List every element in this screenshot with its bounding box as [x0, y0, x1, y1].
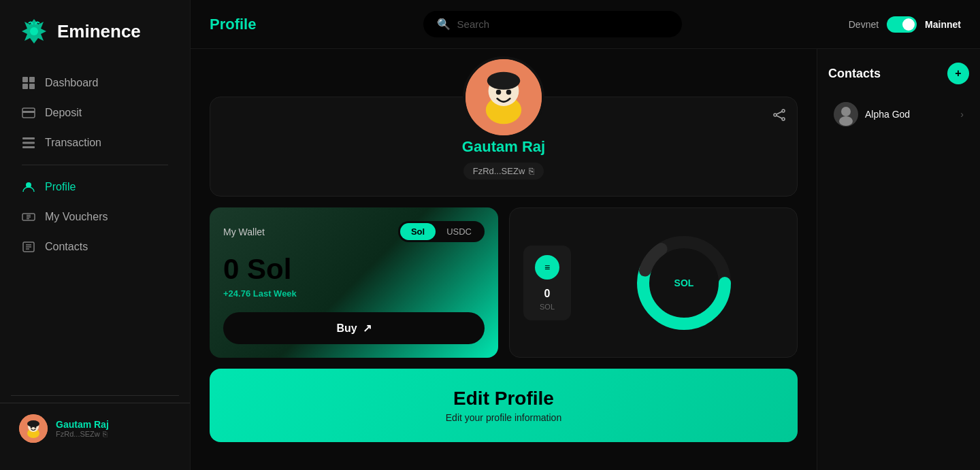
sidebar-item-deposit-label: Deposit — [45, 107, 82, 119]
topbar: Profile 🔍 Devnet Mainnet — [191, 0, 980, 49]
sidebar-nav: Dashboard Deposit Transaction — [0, 68, 190, 388]
wallet-label: My Wallet — [223, 226, 265, 237]
sidebar-item-dashboard[interactable]: Dashboard — [11, 68, 179, 98]
contacts-header: Contacts + — [828, 63, 969, 84]
svg-point-25 — [782, 110, 785, 112]
network-toggle[interactable] — [887, 16, 917, 33]
sidebar-item-transaction-label: Transaction — [45, 137, 101, 149]
svg-line-28 — [777, 112, 782, 114]
logo-area: Eminence — [0, 16, 190, 68]
contact-name: Alpha God — [865, 109, 910, 120]
svg-point-18 — [35, 426, 37, 429]
right-panel: Contacts + Alpha God › — [817, 49, 980, 470]
copy-address-icon[interactable]: ⎘ — [529, 166, 534, 176]
svg-rect-3 — [22, 84, 28, 89]
profile-avatar — [463, 56, 544, 138]
transaction-icon — [22, 136, 35, 150]
sidebar-item-transaction[interactable]: Transaction — [11, 128, 179, 158]
svg-point-34 — [841, 107, 851, 116]
edit-profile-title: Edit Profile — [229, 388, 779, 409]
chart-card: ≡ 0 SOL SOL — [509, 207, 798, 358]
logo-icon — [19, 16, 49, 46]
contact-avatar-image — [834, 102, 858, 127]
share-button[interactable] — [772, 108, 786, 125]
content-area: Gautam Raj FzRd...SEZw ⎘ My Wallet Sol U… — [191, 49, 980, 470]
svg-rect-7 — [22, 137, 35, 139]
svg-point-35 — [839, 116, 853, 126]
main-area: Profile 🔍 Devnet Mainnet — [191, 0, 980, 470]
deposit-icon — [22, 106, 35, 120]
wallet-amount: 0 Sol — [223, 253, 485, 286]
vouchers-icon — [22, 210, 35, 224]
legend-label: SOL — [540, 303, 555, 311]
svg-rect-2 — [29, 77, 35, 82]
app-name: Eminence — [57, 21, 141, 42]
edit-profile-subtitle: Edit your profile information — [229, 412, 779, 423]
svg-point-23 — [496, 90, 501, 95]
wallet-tabs: Sol USDC — [398, 221, 485, 242]
svg-point-27 — [782, 118, 785, 120]
profile-icon — [22, 180, 35, 194]
chart-legend: ≡ 0 SOL — [523, 246, 571, 320]
wallet-tab-usdc[interactable]: USDC — [436, 223, 483, 240]
svg-point-22 — [487, 72, 521, 90]
chevron-right-icon: › — [960, 109, 964, 120]
share-icon — [772, 108, 786, 122]
legend-value: 0 — [544, 288, 551, 300]
devnet-label: Devnet — [849, 19, 879, 30]
sidebar-item-dashboard-label: Dashboard — [45, 77, 98, 89]
profile-address: FzRd...SEZw — [473, 166, 525, 176]
svg-rect-8 — [22, 142, 35, 144]
buy-button[interactable]: Buy ↗ — [223, 312, 485, 344]
page-title: Profile — [210, 16, 256, 33]
sol-icon: ≡ — [535, 255, 559, 280]
contact-left: Alpha God — [834, 102, 910, 127]
copy-icon: ⎘ — [103, 430, 108, 438]
wallet-card: My Wallet Sol USDC 0 Sol +24.76 Last Wee… — [210, 207, 498, 358]
contacts-title: Contacts — [828, 67, 881, 81]
profile-avatar-image — [466, 59, 542, 135]
contact-item[interactable]: Alpha God › — [828, 95, 969, 133]
wallet-tab-sol[interactable]: Sol — [400, 223, 436, 240]
avatar-image — [19, 414, 48, 443]
wallet-header: My Wallet Sol USDC — [223, 221, 485, 242]
add-contact-button[interactable]: + — [947, 63, 969, 84]
edit-profile-card[interactable]: Edit Profile Edit your profile informati… — [210, 369, 798, 442]
mainnet-label: Mainnet — [925, 19, 961, 30]
sidebar-item-contacts[interactable]: Contacts — [11, 232, 179, 262]
contacts-icon — [22, 240, 35, 254]
sidebar-item-contacts-label: Contacts — [45, 241, 88, 253]
sidebar-item-profile[interactable]: Profile — [11, 172, 179, 202]
wallet-change-value: +24.76 — [223, 288, 250, 299]
svg-point-26 — [774, 114, 777, 116]
svg-rect-4 — [29, 84, 35, 89]
sidebar-item-vouchers-label: My Vouchers — [45, 211, 108, 223]
wallet-change: +24.76 Last Week — [223, 288, 485, 299]
profile-name: Gautam Raj — [227, 138, 781, 156]
sidebar-item-vouchers[interactable]: My Vouchers — [11, 202, 179, 232]
footer-user-name: Gautam Raj — [56, 419, 171, 430]
buy-arrow-icon: ↗ — [363, 322, 372, 335]
search-icon: 🔍 — [437, 18, 451, 31]
nav-divider-1 — [22, 165, 168, 165]
svg-point-0 — [30, 27, 38, 35]
search-bar[interactable]: 🔍 — [423, 11, 682, 37]
search-input[interactable] — [457, 18, 668, 30]
svg-rect-9 — [22, 146, 35, 148]
toggle-knob — [902, 18, 915, 31]
footer-user-info: Gautam Raj FzRd...SEZw ⎘ — [56, 419, 171, 438]
svg-point-24 — [506, 90, 511, 95]
svg-rect-1 — [22, 77, 28, 82]
profile-address-badge: FzRd...SEZw ⎘ — [463, 163, 544, 180]
svg-point-17 — [31, 426, 33, 429]
svg-point-16 — [27, 420, 39, 427]
profile-card: Gautam Raj FzRd...SEZw ⎘ — [210, 97, 798, 197]
sidebar-footer: Gautam Raj FzRd...SEZw ⎘ — [0, 403, 190, 454]
main-content: Gautam Raj FzRd...SEZw ⎘ My Wallet Sol U… — [191, 49, 817, 470]
donut-chart: SOL — [585, 229, 783, 337]
sidebar-item-deposit[interactable]: Deposit — [11, 98, 179, 128]
bottom-row: My Wallet Sol USDC 0 Sol +24.76 Last Wee… — [210, 207, 798, 358]
network-toggle-area: Devnet Mainnet — [849, 16, 961, 33]
contact-avatar — [834, 102, 858, 127]
sidebar: Eminence Dashboard Deposit — [0, 0, 191, 470]
